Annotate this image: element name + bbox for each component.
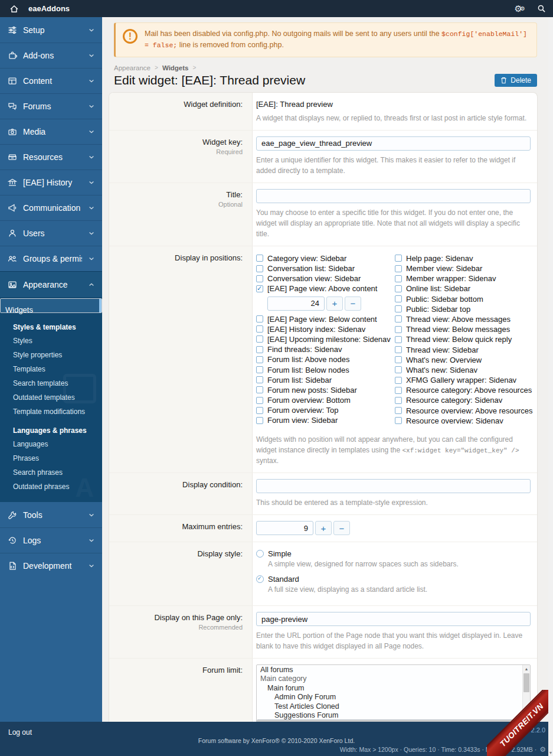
scroll-up-arrow[interactable]: ▲ xyxy=(523,665,530,673)
scrollbar-down-arrow[interactable]: ▼ xyxy=(548,751,553,755)
scroll-thumb[interactable] xyxy=(523,673,529,692)
forum-option[interactable]: Admin Only Forum xyxy=(257,692,530,701)
position-checkbox-option[interactable]: What's new: Sidenav xyxy=(395,365,533,375)
sidebar-subitem-languages[interactable]: Languages xyxy=(0,437,102,451)
position-checkbox-option[interactable]: Member wrapper: Sidenav xyxy=(395,273,533,284)
search-icon[interactable] xyxy=(537,4,546,13)
position-checkbox-option[interactable]: [EAE] History index: Sidenav xyxy=(256,324,395,334)
sidebar-subitem-outdated-templates[interactable]: Outdated templates xyxy=(0,390,102,405)
radio-option[interactable]: Simple xyxy=(256,548,531,559)
position-checkbox-option[interactable]: Forum list: Sidebar xyxy=(256,375,395,385)
position-checkbox-option[interactable]: Public: Sidebar top xyxy=(395,304,533,314)
text-field[interactable] xyxy=(256,479,531,493)
position-checkbox-option[interactable]: Forum overview: Top xyxy=(256,405,395,415)
checkbox[interactable] xyxy=(395,417,402,424)
position-checkbox-option[interactable]: [EAE] Upcoming milestone: Sidenav xyxy=(256,334,395,344)
checkbox[interactable] xyxy=(395,295,402,302)
sidebar-subitem-outdated-phrases[interactable]: Outdated phrases xyxy=(0,480,102,494)
checkbox[interactable] xyxy=(395,387,402,394)
checkbox[interactable] xyxy=(395,255,402,262)
sidebar-subitem-style-properties[interactable]: Style properties xyxy=(0,348,102,362)
gears-icon[interactable]: ⚙⚙ xyxy=(515,4,525,13)
position-checkbox-option[interactable]: [EAE] Page view: Below content xyxy=(256,314,395,324)
checkbox[interactable] xyxy=(395,315,402,322)
checkbox[interactable] xyxy=(395,366,402,373)
position-checkbox-option[interactable]: Help page: Sidenav xyxy=(395,253,533,263)
checkbox[interactable] xyxy=(256,315,263,322)
checkbox[interactable] xyxy=(395,397,402,404)
forum-option[interactable]: Suggestions Forum xyxy=(257,711,530,719)
sidebar-item-development[interactable]: Development xyxy=(0,553,102,578)
checkbox[interactable] xyxy=(395,356,402,363)
page-scrollbar[interactable]: ▼ xyxy=(548,17,553,756)
text-field[interactable] xyxy=(256,612,531,626)
position-checkbox-option[interactable]: Resource overview: Above resources xyxy=(395,406,533,416)
sidebar-item-setup[interactable]: Setup xyxy=(0,17,102,43)
listbox-scrollbar[interactable]: ▲▼ xyxy=(522,665,530,722)
delete-button[interactable]: Delete xyxy=(495,74,537,87)
checkbox[interactable] xyxy=(395,265,402,272)
position-checkbox-option[interactable]: Find threads: Sidenav xyxy=(256,344,395,354)
sidebar-subitem-search-templates[interactable]: Search templates xyxy=(0,376,102,390)
position-checkbox-option[interactable]: [EAE] Page view: Above content xyxy=(256,284,395,294)
checkbox[interactable] xyxy=(395,346,402,353)
max-entries-decrement-button[interactable]: − xyxy=(333,521,350,535)
text-field[interactable] xyxy=(256,189,531,203)
sidebar-item-groups-permissions[interactable]: Groups & permissions xyxy=(0,246,102,271)
position-checkbox-option[interactable]: Resource category: Sidenav xyxy=(395,395,533,405)
position-checkbox-option[interactable]: Thread view: Above messages xyxy=(395,314,533,324)
checkbox[interactable] xyxy=(395,305,402,312)
checkbox[interactable] xyxy=(256,417,263,424)
checkbox-checked[interactable] xyxy=(256,285,263,292)
debug-gear-icon[interactable]: ⚙ xyxy=(539,746,546,753)
checkbox[interactable] xyxy=(256,335,263,343)
sidebar-item-logs[interactable]: Logs xyxy=(0,527,102,553)
forum-option[interactable]: Main category xyxy=(257,674,530,683)
breadcrumb-appearance[interactable]: Appearance xyxy=(114,64,150,71)
position-checkbox-option[interactable]: Thread view: Sidebar xyxy=(395,344,533,354)
sidebar-item-media[interactable]: Media xyxy=(0,119,102,144)
radio[interactable] xyxy=(256,550,264,558)
position-checkbox-option[interactable]: What's new: Overview xyxy=(395,355,533,365)
position-checkbox-option[interactable]: Forum new posts: Sidebar xyxy=(256,385,395,395)
home-icon[interactable] xyxy=(6,4,22,14)
sidebar-item-resources[interactable]: Resources xyxy=(0,144,102,170)
sidebar-subitem-search-phrases[interactable]: Search phrases xyxy=(0,465,102,480)
position-count-decrement-button[interactable]: − xyxy=(345,296,361,311)
checkbox[interactable] xyxy=(395,275,402,282)
position-count-input[interactable] xyxy=(267,296,325,311)
sidebar-item-communication[interactable]: Communication xyxy=(0,195,102,220)
position-checkbox-option[interactable]: Forum list: Below nodes xyxy=(256,364,395,374)
position-count-increment-button[interactable]: + xyxy=(326,296,343,311)
sidebar-subitem-phrases[interactable]: Phrases xyxy=(0,451,102,465)
position-checkbox-option[interactable]: Conversation list: Sidebar xyxy=(256,263,395,273)
checkbox[interactable] xyxy=(395,326,402,333)
position-checkbox-option[interactable]: Resource overview: Sidenav xyxy=(395,416,533,426)
sidebar-subitem-widgets[interactable]: Widgets xyxy=(0,298,102,313)
position-checkbox-option[interactable]: Forum overview: Bottom xyxy=(256,395,395,405)
sidebar-subitem-templates[interactable]: Templates xyxy=(0,362,102,376)
position-checkbox-option[interactable]: Forum list: Above nodes xyxy=(256,354,395,364)
checkbox[interactable] xyxy=(256,346,263,353)
sidebar-item-tools[interactable]: Tools xyxy=(0,502,102,527)
sidebar-subitem-template-modifications[interactable]: Template modifications xyxy=(0,405,102,419)
position-checkbox-option[interactable]: Forum view: Sidebar xyxy=(256,415,395,425)
max-entries-increment-button[interactable]: + xyxy=(315,521,332,535)
sidebar-subitem-styles[interactable]: Styles xyxy=(0,334,102,348)
radio-option[interactable]: Standard xyxy=(256,573,531,584)
checkbox[interactable] xyxy=(256,275,263,282)
sidebar-item-forums[interactable]: Forums xyxy=(0,93,102,119)
sidebar-item-users[interactable]: Users xyxy=(0,220,102,246)
position-checkbox-option[interactable]: Category view: Sidebar xyxy=(256,253,395,263)
forum-limit-listbox[interactable]: All forumsMain categoryMain forumAdmin O… xyxy=(256,664,531,722)
checkbox[interactable] xyxy=(395,285,402,292)
position-checkbox-option[interactable]: Member view: Sidebar xyxy=(395,263,533,273)
logout-link[interactable]: Log out xyxy=(8,728,32,737)
checkbox[interactable] xyxy=(256,376,263,383)
checkbox[interactable] xyxy=(256,407,263,414)
checkbox[interactable] xyxy=(256,386,263,393)
max-entries-input[interactable] xyxy=(256,521,313,535)
checkbox[interactable] xyxy=(395,407,402,414)
forum-option[interactable]: Test Articles Cloned xyxy=(257,702,530,711)
checkbox[interactable] xyxy=(395,377,402,384)
